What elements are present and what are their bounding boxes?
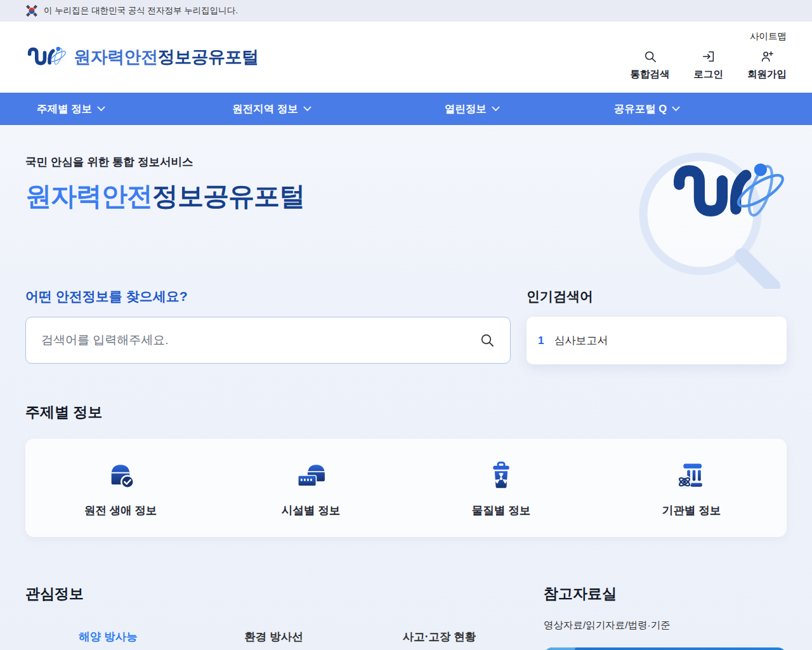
search-icon xyxy=(480,333,495,348)
popular-keywords-column: 인기검색어 1 심사보고서 xyxy=(527,288,787,364)
popular-rank: 1 xyxy=(538,335,544,347)
topics-section: 주제별 정보 원전 생애 정보 xyxy=(0,402,812,537)
chevron-down-icon xyxy=(492,106,500,112)
global-search-button[interactable]: 통합검색 xyxy=(631,50,670,81)
topic-item-reactor-life[interactable]: 원전 생애 정보 xyxy=(25,458,216,518)
sitemap-link[interactable]: 사이트맵 xyxy=(750,30,787,43)
hero-section: 국민 안심을 위한 통합 정보서비스 원자력안전정보공유포털 xyxy=(0,125,812,247)
nav-item-region[interactable]: 원전지역 정보 xyxy=(207,93,337,125)
join-button[interactable]: 회원가입 xyxy=(747,50,787,81)
topic-label: 시설별 정보 xyxy=(282,503,340,518)
main-nav: 주제별 정보 원전지역 정보 열린정보 공유포털 Q xyxy=(0,93,812,125)
login-icon xyxy=(702,50,716,63)
chevron-down-icon xyxy=(97,106,105,112)
material-waste-icon xyxy=(484,458,518,493)
header: 원자력안전정보공유포털 사이트맵 통합검색 로그인 xyxy=(0,22,812,93)
nav-item-portal-q[interactable]: 공유포털 Q xyxy=(589,93,705,125)
reference-subtitle: 영상자료/읽기자료/법령·기준 xyxy=(544,619,787,632)
korea-flag-icon xyxy=(25,4,38,17)
page: 이 누리집은 대한민국 공식 전자정부 누리집입니다. xyxy=(0,0,812,650)
reference-heading: 참고자료실 xyxy=(544,584,787,604)
header-quick-links: 통합검색 로그인 회원가입 xyxy=(631,50,787,81)
chevron-down-icon xyxy=(672,106,680,112)
tab-marine-radioactivity[interactable]: 해양 방사능 xyxy=(25,629,191,644)
hero-title: 원자력안전정보공유포털 xyxy=(25,179,787,214)
interest-heading: 관심정보 xyxy=(25,584,522,604)
reference-section: 참고자료실 영상자료/읽기자료/법령·기준 xyxy=(544,584,787,650)
magnifier-watermark-icon xyxy=(643,157,773,286)
topic-item-material[interactable]: 물질별 정보 xyxy=(406,458,596,518)
popular-keywords-card: 1 심사보고서 xyxy=(527,317,787,364)
search-column: 어떤 안전정보를 찾으세요? xyxy=(25,288,511,364)
interest-tabs: 해양 방사능 환경 방사선 사고·고장 현황 xyxy=(25,629,522,644)
reactor-check-icon xyxy=(103,458,138,493)
popular-keywords-heading: 인기검색어 xyxy=(527,288,787,305)
topic-item-institution[interactable]: 기관별 정보 xyxy=(596,458,787,518)
gov-banner-text: 이 누리집은 대한민국 공식 전자정부 누리집입니다. xyxy=(44,5,238,17)
search-heading: 어떤 안전정보를 찾으세요? xyxy=(25,288,511,305)
login-button[interactable]: 로그인 xyxy=(694,50,724,81)
join-label: 회원가입 xyxy=(747,68,787,81)
popular-term-link[interactable]: 심사보고서 xyxy=(554,333,608,348)
join-icon xyxy=(760,50,774,63)
search-box xyxy=(25,317,511,364)
global-search-label: 통합검색 xyxy=(631,68,670,81)
site-logo[interactable]: 원자력안전정보공유포털 xyxy=(25,43,259,72)
topic-label: 원전 생애 정보 xyxy=(84,503,157,518)
login-label: 로그인 xyxy=(694,68,724,81)
tab-incident-status[interactable]: 사고·고장 현황 xyxy=(357,629,522,644)
topics-heading: 주제별 정보 xyxy=(25,402,787,422)
nav-item-open-info[interactable]: 열린정보 xyxy=(419,93,525,125)
reference-card[interactable] xyxy=(544,647,787,650)
search-icon xyxy=(643,50,657,63)
tab-environmental-radiation[interactable]: 환경 방사선 xyxy=(191,629,357,644)
search-input[interactable] xyxy=(41,333,480,347)
bottom-row: 관심정보 해양 방사능 환경 방사선 사고·고장 현황 해양 방사능 안전도 참… xyxy=(0,584,812,650)
search-row: 어떤 안전정보를 찾으세요? 인기검색어 1 심사보고서 xyxy=(0,288,812,364)
topics-card: 원전 생애 정보 시설별 정보 xyxy=(25,439,787,537)
nav-item-topic[interactable]: 주제별 정보 xyxy=(11,93,131,125)
topic-item-facility[interactable]: 시설별 정보 xyxy=(216,458,406,518)
hero-subtitle: 국민 안심을 위한 통합 정보서비스 xyxy=(25,154,787,169)
facility-icon xyxy=(294,458,328,493)
chevron-down-icon xyxy=(303,106,311,112)
nsi-logo-icon xyxy=(25,43,67,72)
site-wordmark: 원자력안전정보공유포털 xyxy=(74,46,259,69)
topic-label: 기관별 정보 xyxy=(662,503,721,518)
search-submit-button[interactable] xyxy=(480,333,495,348)
gov-banner: 이 누리집은 대한민국 공식 전자정부 누리집입니다. xyxy=(0,0,812,22)
interest-section: 관심정보 해양 방사능 환경 방사선 사고·고장 현황 해양 방사능 안전도 xyxy=(25,584,522,650)
topic-label: 물질별 정보 xyxy=(472,503,530,518)
institution-atom-icon xyxy=(674,458,709,493)
